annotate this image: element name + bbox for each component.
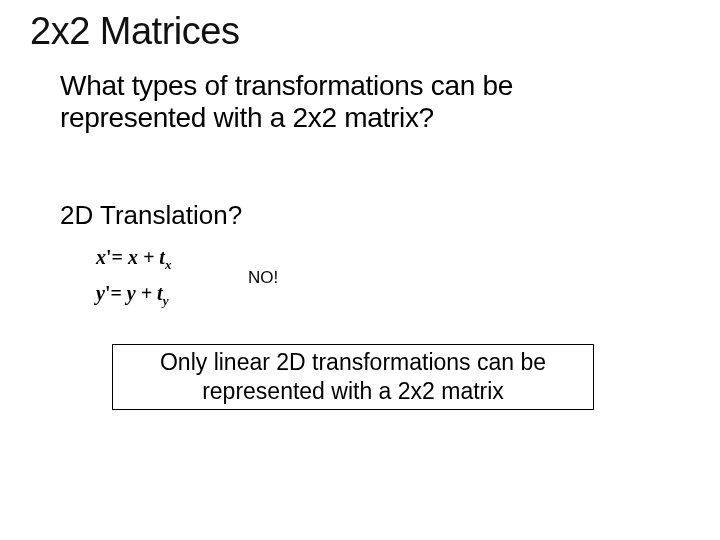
slide: 2x2 Matrices What types of transformatio…: [0, 0, 720, 540]
section-heading: 2D Translation?: [60, 200, 242, 231]
equation-2: y'= y + ty: [96, 276, 171, 312]
slide-subtitle: What types of transformations can be rep…: [60, 70, 640, 134]
conclusion-box: Only linear 2D transformations can be re…: [112, 344, 594, 410]
equations: x'= x + tx y'= y + ty: [96, 240, 171, 312]
slide-title: 2x2 Matrices: [30, 10, 239, 53]
answer-no: NO!: [248, 268, 278, 288]
equation-1: x'= x + tx: [96, 240, 171, 276]
conclusion-text: Only linear 2D transformations can be re…: [113, 348, 593, 406]
